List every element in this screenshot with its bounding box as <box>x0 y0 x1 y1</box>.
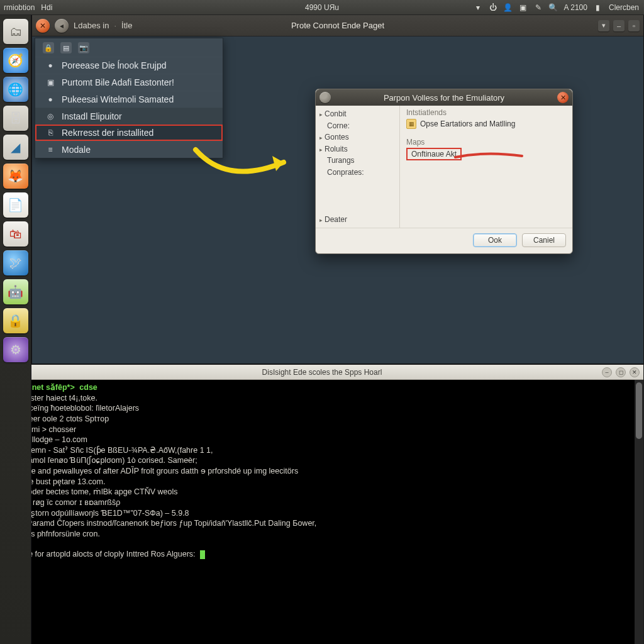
term-close-icon[interactable]: ✕ <box>630 367 640 377</box>
panel-clock[interactable]: 4990 UЯu <box>305 3 339 12</box>
panel-status[interactable]: A 2100 <box>564 3 587 12</box>
cam-icon: 📷 <box>78 42 89 53</box>
highlighted-option[interactable]: Onftinaue Akt <box>406 148 566 160</box>
menu-item-0[interactable]: ●Poreease Die ĺnook Erujpd <box>35 57 223 74</box>
section-title-1: Intstiatlends <box>406 108 566 117</box>
search-icon[interactable]: 🔍 <box>549 3 558 12</box>
window-minimize-icon[interactable]: – <box>613 20 625 31</box>
cancel-button[interactable]: Caniel <box>522 233 566 247</box>
launcher-store[interactable]: 🛍 <box>3 221 28 247</box>
ok-button[interactable]: Ook <box>473 233 517 247</box>
titlebar-left[interactable]: Ldabes in <box>74 21 109 30</box>
launcher-folder[interactable]: 🗂 <box>3 19 28 44</box>
launcher-drive[interactable]: 🗄 <box>3 106 28 131</box>
term-min-icon[interactable]: – <box>602 367 612 377</box>
launcher-android[interactable]: 🤖 <box>3 279 28 304</box>
list-icon: ≡ <box>45 145 55 154</box>
doc-icon: ▤ <box>60 42 72 53</box>
window-close-icon[interactable]: ✕ <box>36 19 50 33</box>
battery-icon[interactable]: ▮ <box>594 3 602 12</box>
window-menu-icon[interactable]: ▫ <box>628 20 640 31</box>
dialog-footer: Ook Caniel <box>316 228 572 253</box>
terminal-title: DisIsight Ede scoles the Spps Hoarl <box>262 368 382 377</box>
menu-item-5[interactable]: ≡Modale <box>35 141 223 158</box>
app-body: 🔒 ▤ 📷 ●Poreease Die ĺnook Erujpd ▣Purtom… <box>32 36 643 364</box>
nav-item[interactable]: Deater <box>319 214 396 226</box>
nav-item[interactable]: Turangs <box>319 155 396 167</box>
terminal-window: ❯ DisIsight Ede scoles the Spps Hoarl – … <box>0 364 644 644</box>
dialog-main: Intstiatlends ▦ Opse Eartatiors and Matl… <box>400 106 572 228</box>
menu-item-label: Rekrresst der installited <box>62 128 153 138</box>
nav-item[interactable]: Conprates: <box>319 167 396 179</box>
lock-icon: 🔒 <box>43 42 54 53</box>
nav-item[interactable]: Conbit <box>319 108 396 120</box>
launcher-chromium[interactable]: 🌐 <box>3 77 28 102</box>
prompt-2: Pofame for artopld alocts of cloply Intt… <box>6 550 196 558</box>
launcher-firefox[interactable]: 🦊 <box>3 164 28 189</box>
user-icon[interactable]: 👤 <box>504 3 513 12</box>
app-window: ✕ ◂ Ldabes in · İtle Prote Connot Ende P… <box>31 15 644 364</box>
svg-marker-0 <box>272 156 284 171</box>
dialog-close-icon[interactable]: ✕ <box>557 92 569 103</box>
display-icon[interactable]: ▣ <box>519 3 528 12</box>
window-dropdown-icon[interactable]: ▾ <box>598 20 609 31</box>
window-back-icon[interactable]: ◂ <box>55 19 69 33</box>
power-icon[interactable]: ⏻ <box>489 3 497 12</box>
menu-header[interactable]: 🔒 ▤ 📷 <box>35 38 223 57</box>
highlight-box[interactable]: Onftinaue Akt <box>406 148 462 160</box>
menu-item-label: Purtomt Bile Adafi Eastonter! <box>62 77 174 87</box>
app-titlebar[interactable]: ✕ ◂ Ldabes in · İtle Prote Connot Ende P… <box>32 15 643 36</box>
cursor-icon <box>200 550 205 559</box>
launcher-tbird[interactable]: 🕊 <box>3 250 28 275</box>
launcher-misc[interactable]: ⚙ <box>3 337 28 362</box>
copy-icon: ⎘ <box>45 128 55 137</box>
launcher: 🗂 🧭 🌐 🗄 ◢ 🦊 📄 🛍 🕊 🤖 🔒 ⚙ <box>0 15 31 644</box>
term-max-icon[interactable]: ◻ <box>616 367 626 377</box>
window-title: Prote Connot Ende Paget <box>291 21 384 30</box>
nav-item[interactable]: Gontes <box>319 131 396 143</box>
top-panel: rmiobtion Hdi 4990 UЯu ▾ ⏻ 👤 ▣ ✎ 🔍 A 210… <box>0 0 644 15</box>
launcher-lock[interactable]: 🔒 <box>3 308 28 333</box>
dialog-title: Parpon Volless for the Emuliatory <box>384 93 504 103</box>
menu-item-2[interactable]: ●Pukeesai Witelmoli Samated <box>35 91 223 108</box>
dialog-nav: Conbit Corne: Gontes Roluits Turangs Con… <box>316 106 400 228</box>
launcher-text[interactable]: 📄 <box>3 192 28 218</box>
target-icon: ◎ <box>45 112 55 121</box>
nav-item[interactable]: Roluits <box>319 143 396 155</box>
terminal-body[interactable]: Caantsnet sǎfêp*> cdse hataliłester haie… <box>1 380 643 644</box>
option-row[interactable]: ▦ Opse Eartatiors and Matlling <box>406 118 566 131</box>
dropdown-menu: 🔒 ▤ 📷 ●Poreease Die ĺnook Erujpd ▣Purtom… <box>35 38 223 158</box>
preferences-dialog: Parpon Volless for the Emuliatory ✕ Conb… <box>315 89 573 254</box>
bullet-icon: ● <box>45 61 55 70</box>
terminal-scrollbar[interactable] <box>635 380 643 644</box>
panel-username[interactable]: Clercben <box>609 3 639 12</box>
indicator-down-icon[interactable]: ▾ <box>474 3 482 12</box>
dialog-titlebar[interactable]: Parpon Volless for the Emuliatory ✕ <box>316 89 572 106</box>
panel-text-2[interactable]: Hdi <box>41 3 52 12</box>
nav-item[interactable]: Corne: <box>319 120 396 132</box>
scrollbar-thumb[interactable] <box>636 382 642 439</box>
menu-item-label: Instadl Elipuitor <box>62 111 122 121</box>
titlebar-file[interactable]: İtle <box>121 21 132 30</box>
launcher-safari[interactable]: 🧭 <box>3 48 28 73</box>
menu-item-highlighted[interactable]: ⎘Rekrresst der installited <box>35 125 223 141</box>
panel-text-1[interactable]: rmiobtion <box>4 3 35 12</box>
dialog-min-icon[interactable] <box>319 92 331 103</box>
bullet-icon: ● <box>45 95 55 104</box>
menu-item-label: Poreease Die ĺnook Erujpd <box>62 60 167 70</box>
badge-icon: ▣ <box>45 78 55 87</box>
menu-item-3[interactable]: ◎Instadl Elipuitor <box>35 108 223 125</box>
option-label: Opse Eartatiors and Matlling <box>420 119 515 128</box>
folder-icon: ▦ <box>406 119 416 129</box>
nav-spacer <box>319 179 396 214</box>
launcher-arch[interactable]: ◢ <box>3 135 28 160</box>
menu-item-label: Modale <box>62 145 91 155</box>
terminal-output: hataliłester haiect t4¡,toke. ħĕhdŧsceïn… <box>6 394 316 538</box>
section-title-2: Maps <box>406 138 566 147</box>
terminal-titlebar[interactable]: ❯ DisIsight Ede scoles the Spps Hoarl – … <box>1 365 643 380</box>
bluetooth-icon[interactable]: ✎ <box>534 3 543 12</box>
menu-item-1[interactable]: ▣Purtomt Bile Adafi Eastonter! <box>35 74 223 91</box>
cmd-1: cdse <box>79 383 97 392</box>
menu-item-label: Pukeesai Witelmoli Samated <box>62 94 174 104</box>
